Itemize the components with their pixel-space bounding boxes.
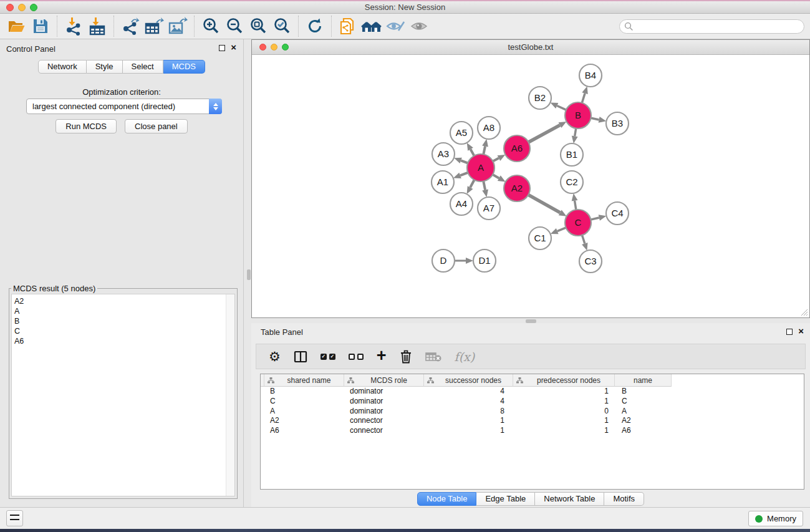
edge-A-A4[interactable] (470, 180, 475, 188)
cell-mcds-role[interactable]: connector (344, 416, 424, 426)
cell-shared-name[interactable]: A6 (264, 426, 344, 436)
edge-C-C1[interactable] (557, 228, 567, 231)
cell-shared-name[interactable]: B (264, 387, 344, 397)
tab-mcds[interactable]: MCDS (163, 60, 205, 74)
refresh-network-button[interactable] (303, 15, 327, 37)
import-network-button[interactable] (62, 15, 85, 37)
graph-node-A2[interactable]: A2 (504, 175, 530, 201)
edge-A-A7[interactable] (483, 181, 485, 190)
tab-network[interactable]: Network (38, 60, 87, 74)
table-row-a6[interactable]: A6connector11A6 (261, 426, 804, 436)
cell-name[interactable]: A6 (615, 426, 672, 436)
graph-node-A7[interactable]: A7 (478, 197, 500, 220)
delete-table-button[interactable] (425, 352, 441, 362)
float-panel-icon[interactable] (786, 329, 793, 335)
splitter-handle-vertical[interactable] (247, 269, 251, 280)
cell-name[interactable]: A2 (615, 416, 672, 426)
graph-node-A5[interactable]: A5 (450, 122, 473, 144)
graph-node-A3[interactable]: A3 (432, 143, 455, 165)
graph-node-A8[interactable]: A8 (478, 117, 500, 139)
add-column-button[interactable]: + (377, 349, 387, 364)
search-field[interactable] (619, 19, 804, 34)
edge-B-B2[interactable] (557, 106, 567, 110)
memory-button[interactable]: Memory (748, 511, 803, 526)
graph-node-B3[interactable]: B3 (606, 112, 629, 135)
export-network-button[interactable] (118, 15, 142, 37)
minimize-window-button[interactable] (18, 4, 26, 11)
resize-grip-icon[interactable] (800, 308, 808, 316)
cell-name[interactable]: B (615, 387, 672, 397)
graph-node-C[interactable]: C (565, 210, 591, 236)
network-minimize-button[interactable] (271, 44, 277, 51)
graph-node-A6[interactable]: A6 (504, 135, 530, 162)
cell-predecessor-nodes[interactable]: 1 (513, 416, 615, 426)
cell-predecessor-nodes[interactable]: 0 (513, 407, 615, 417)
search-input[interactable] (634, 21, 804, 32)
graph-node-D1[interactable]: D1 (473, 249, 496, 272)
graph-node-C1[interactable]: C1 (529, 227, 551, 249)
float-panel-icon[interactable] (219, 45, 225, 51)
cell-shared-name[interactable]: A (264, 407, 344, 417)
show-columns-button[interactable] (294, 351, 307, 363)
graph-node-C4[interactable]: C4 (606, 202, 629, 225)
graph-node-B2[interactable]: B2 (529, 87, 551, 109)
open-session-button[interactable] (5, 15, 29, 37)
cell-mcds-role[interactable]: dominator (344, 397, 424, 407)
graph-node-B[interactable]: B (565, 102, 591, 128)
column-header-mcds-role[interactable]: MCDS role (344, 374, 424, 387)
edge-A-A8[interactable] (483, 146, 485, 155)
table-settings-button[interactable]: ⚙ (269, 350, 281, 363)
result-item-a2[interactable]: A2 (14, 296, 234, 306)
graph-node-C2[interactable]: C2 (561, 171, 583, 193)
graph-node-A4[interactable]: A4 (450, 193, 473, 215)
edge-A-A1[interactable] (460, 172, 468, 175)
cell-mcds-role[interactable]: connector (344, 426, 424, 436)
select-all-button[interactable]: ✓✓ (321, 354, 335, 360)
function-builder-button[interactable]: f(x) (455, 350, 475, 364)
graph-node-B4[interactable]: B4 (579, 64, 602, 87)
export-image-button[interactable] (166, 15, 190, 37)
zoom-selected-button[interactable] (270, 15, 294, 37)
save-session-button[interactable] (29, 15, 52, 37)
tab-style[interactable]: Style (87, 60, 123, 74)
edge-A2-C[interactable] (528, 195, 560, 213)
edge-B-B3[interactable] (591, 118, 599, 120)
close-panel-button[interactable]: Close panel (125, 119, 188, 133)
close-panel-icon[interactable]: × (231, 42, 236, 52)
result-item-b[interactable]: B (14, 316, 234, 326)
zoom-out-button[interactable] (223, 15, 246, 37)
column-header-predecessor-nodes[interactable]: predecessor nodes (513, 374, 615, 387)
close-panel-icon[interactable]: × (798, 326, 804, 336)
graph-node-B1[interactable]: B1 (561, 143, 583, 166)
tab-node-table[interactable]: Node Table (417, 492, 477, 506)
hide-selected-button[interactable] (383, 15, 407, 37)
cell-successor-nodes[interactable]: 8 (424, 407, 513, 417)
graph-node-A1[interactable]: A1 (432, 171, 454, 193)
tab-edge-table[interactable]: Edge Table (476, 492, 535, 506)
window-titlebar[interactable]: Session: New Session (0, 1, 810, 14)
cell-successor-nodes[interactable]: 4 (424, 397, 513, 407)
network-overview-button[interactable] (360, 15, 383, 37)
deselect-all-button[interactable] (349, 354, 364, 360)
cell-name[interactable]: C (615, 397, 672, 407)
cell-shared-name[interactable]: C (264, 397, 344, 407)
scrollbar-track[interactable] (226, 294, 234, 496)
network-graph-canvas[interactable]: AA6A2BCA5A8A3A1A4A7B2B4B3B1C2C4C1C3DD1 (252, 56, 809, 317)
cell-predecessor-nodes[interactable]: 1 (513, 397, 615, 407)
import-table-button[interactable] (85, 15, 109, 37)
node-table[interactable]: shared nameMCDS rolesuccessor nodesprede… (260, 374, 804, 490)
show-all-button[interactable] (407, 15, 431, 37)
maximize-window-button[interactable] (30, 4, 37, 11)
cell-successor-nodes[interactable]: 1 (424, 426, 513, 436)
delete-column-button[interactable] (400, 350, 412, 364)
edge-C-C3[interactable] (582, 235, 585, 243)
zoom-in-button[interactable] (199, 15, 223, 37)
run-mcds-button[interactable]: Run MCDS (55, 119, 117, 133)
cell-successor-nodes[interactable]: 4 (424, 387, 513, 397)
cell-mcds-role[interactable]: dominator (344, 387, 424, 397)
cell-predecessor-nodes[interactable]: 1 (513, 387, 615, 397)
network-window-titlebar[interactable]: testGlobe.txt (252, 40, 809, 55)
edge-B-B4[interactable] (582, 94, 585, 104)
mcds-result-list[interactable]: A2ABCA6 (11, 294, 235, 496)
column-header-successor-nodes[interactable]: successor nodes (424, 374, 513, 387)
